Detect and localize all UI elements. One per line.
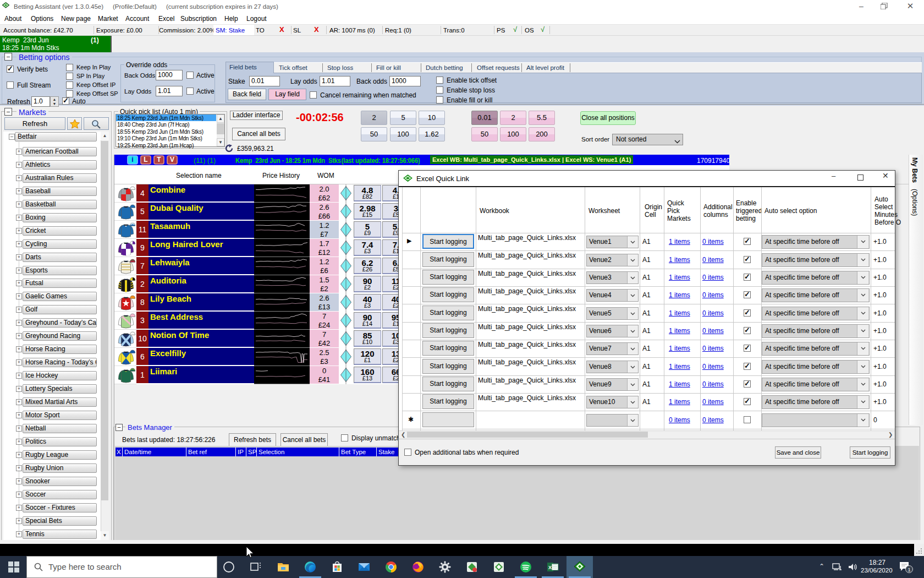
svg-text:X: X [548, 565, 552, 570]
svg-text:1: 1 [908, 567, 910, 572]
